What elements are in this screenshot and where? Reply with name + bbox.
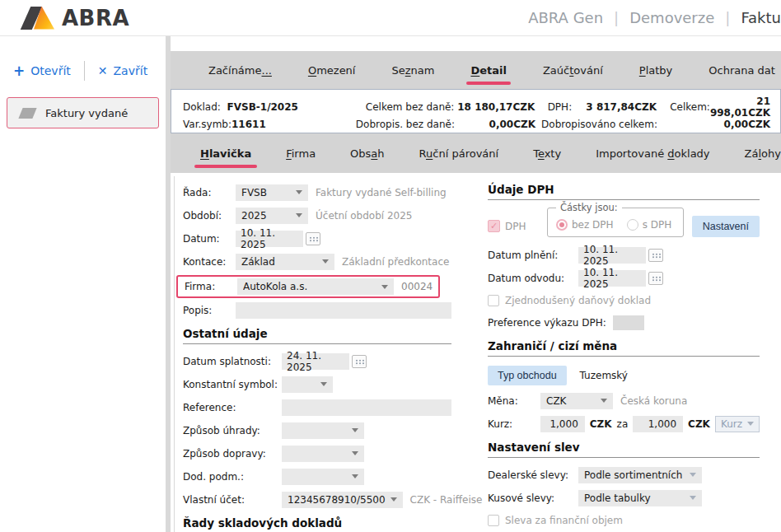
popis-row: Popis: [183,301,451,320]
dobropisovano-value: 0,00CZK [657,119,770,130]
open-button[interactable]: + Otevřít [13,64,71,77]
datum-odvodu-input[interactable]: 10. 11. 2025 [578,270,646,287]
main-tab-bar: Začínáme... Omezení Seznam Detail Zaúčto… [171,51,781,89]
varsymb-label: Var.symb: [183,119,231,130]
s-dph-label: s DPH [643,219,672,231]
dph-value: 3 817,84CZK [572,101,657,113]
zjednoduseny-row: Zjednodušený daňový doklad [488,292,760,309]
doklad-value: FVSB-1/2025 [227,101,298,113]
varsymb-cell: Var.symb:11611 [183,119,331,130]
tab-ochrana-dat[interactable]: Ochrana dat [709,64,775,77]
tab-zaciname[interactable]: Začínáme... [208,64,272,77]
close-button[interactable]: ✕ Zavřít [98,64,147,77]
chevron-down-icon [296,213,302,217]
subtab-zalohy[interactable]: Zálohy [745,147,781,160]
chevron-down-icon [352,451,358,455]
doklad-cell: Doklad: FVSB-1/2025 [183,101,331,113]
dph-checkbox[interactable]: ✓ [488,220,500,232]
reference-input[interactable] [282,399,451,416]
kusove-slevy-select[interactable]: Podle tabulky [578,490,702,506]
dod-podm-label: Dod. podm.: [183,471,282,483]
dobropis-label: Dobropis. bez daně: [331,119,455,130]
varsymb-value: 11611 [231,119,266,130]
vlastni-ucet-row: Vlastní účet: 12345678910/5500 CZK - Rai… [183,490,451,509]
dealerske-slevy-row: Dealerské slevy: Podle sortimentních [488,465,760,484]
vlastni-ucet-label: Vlastní účet: [183,494,282,506]
mena-label: Měna: [488,395,540,407]
datum-plneni-input[interactable]: 10. 11. 2025 [578,247,646,264]
subtab-firma[interactable]: Firma [286,147,316,160]
firma-label: Firma: [185,281,237,292]
dod-podm-select[interactable] [282,469,364,485]
bez-dph-radio-item[interactable]: bez DPH [556,219,614,231]
agenda-icon [18,108,36,119]
konstantni-symbol-row: Konstantní symbol: [183,375,451,394]
module-title: Faktu [741,9,781,26]
kurz-za-label: za [617,418,629,430]
datum-row: Datum: 10. 11. 2025 [183,229,451,248]
zpusob-uhrady-select[interactable] [282,422,364,439]
chevron-down-icon [352,428,358,432]
chevron-down-icon [381,285,388,289]
subtab-texty[interactable]: Texty [533,147,561,160]
dobropis-value: 0,00CZK [455,119,535,130]
castky-jsou-legend: Částky jsou: [556,202,622,213]
dod-podm-row: Dod. podm.: [183,467,451,486]
rada-select[interactable]: FVSB [236,184,308,201]
kurz-input-2[interactable]: 1,000 [633,416,683,432]
obdobi-select[interactable]: 2025 [236,208,308,224]
kurz-currency-1: CZK [590,418,612,430]
sleva-financni-objem-label: Sleva za finanční objem [505,515,623,526]
firma-select[interactable]: AutoKola a.s. [237,278,394,295]
sidebar-toolbar: + Otevřít ✕ Zavřít [0,36,166,86]
top-header: ABRA ABRA Gen | Demoverze | Faktu [0,0,781,36]
sidebar-item-faktury-vydane[interactable]: Faktury vydané [7,97,159,128]
radio-unselected-icon [627,219,638,231]
detail-subtab-bar: Hlavička Firma Obsah Ruční párování Text… [171,133,781,173]
tab-omezeni[interactable]: Omezení [308,64,356,77]
bez-dph-label: bez DPH [572,219,614,231]
obdobi-row: Období: 2025 Účetní období 2025 [183,206,451,225]
calendar-icon[interactable] [648,249,663,262]
tab-zauctovani[interactable]: Zaúčtování [543,64,603,77]
brand-name: ABRA [62,6,129,30]
subtab-obsah[interactable]: Obsah [350,147,384,160]
close-button-label: Zavřít [114,64,148,77]
tab-detail[interactable]: Detail [470,64,507,77]
reference-label: Reference: [183,402,282,413]
s-dph-radio-item[interactable]: s DPH [627,219,672,231]
subtab-rucni-parovani[interactable]: Ruční párování [419,147,499,160]
close-icon: ✕ [98,64,108,77]
vlastni-ucet-description: CZK - Raiffeise [410,494,483,506]
sleva-financni-objem-checkbox[interactable] [488,515,499,526]
splatnost-label: Datum splatnosti: [183,356,282,367]
splatnost-input[interactable]: 24. 11. 2025 [282,353,349,370]
tab-seznam[interactable]: Seznam [391,64,434,77]
chevron-down-icon [296,190,302,194]
popis-input[interactable] [236,302,451,319]
kontace-select[interactable]: Základ [236,254,334,270]
toolbar-divider [84,61,85,81]
calendar-icon[interactable] [352,355,367,368]
subtab-hlavicka[interactable]: Hlavička [200,147,251,160]
zjednoduseny-checkbox[interactable] [488,295,499,306]
tab-platby[interactable]: Platby [639,64,672,77]
mena-select[interactable]: CZK [540,393,613,409]
chevron-down-icon [690,496,696,500]
vlastni-ucet-select[interactable]: 12345678910/5500 [282,492,403,508]
calendar-icon[interactable] [648,272,663,285]
konstantni-symbol-select[interactable] [282,376,333,393]
castky-jsou-groupbox: Částky jsou: bez DPH s DPH [547,208,684,237]
section-ostatni-udaje: Ostatní údaje [183,327,451,344]
typ-obchodu-button[interactable]: Typ obchodu [488,366,567,385]
subtab-importovane-doklady[interactable]: Importované doklady [596,147,709,160]
nastaveni-button[interactable]: Nastavení [692,216,760,237]
dealerske-slevy-select[interactable]: Podle sortimentních [578,467,702,483]
kurz-unit-select[interactable]: Kurz [715,416,760,432]
zpusob-dopravy-select[interactable] [282,446,364,462]
preference-input[interactable] [613,315,644,330]
datum-input[interactable]: 10. 11. 2025 [236,231,303,247]
calendar-icon[interactable] [306,232,320,245]
kurz-input-1[interactable]: 1,000 [540,416,585,432]
kurz-label: Kurz: [488,418,540,430]
